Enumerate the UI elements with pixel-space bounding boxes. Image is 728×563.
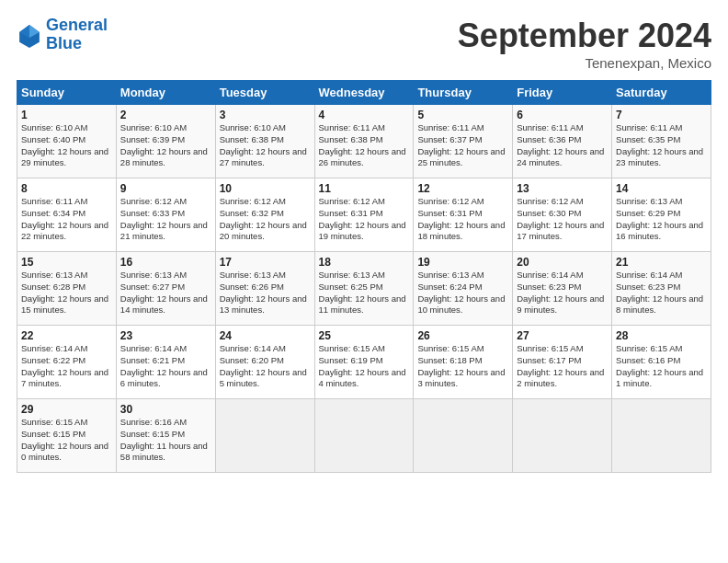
day-info: Sunrise: 6:12 AMSunset: 6:30 PMDaylight:…	[517, 196, 608, 243]
day-info: Sunrise: 6:10 AMSunset: 6:40 PMDaylight:…	[21, 122, 112, 169]
day-number: 17	[220, 256, 311, 269]
day-number: 26	[417, 329, 508, 342]
day-number: 27	[517, 329, 608, 342]
logo: General Blue	[17, 17, 108, 53]
calendar-cell: 26Sunrise: 6:15 AMSunset: 6:18 PMDayligh…	[414, 326, 513, 399]
calendar-cell: 2Sunrise: 6:10 AMSunset: 6:39 PMDaylight…	[116, 105, 215, 178]
calendar-week-1: 1Sunrise: 6:10 AMSunset: 6:40 PMDaylight…	[17, 105, 711, 178]
day-info: Sunrise: 6:13 AMSunset: 6:29 PMDaylight:…	[616, 196, 707, 243]
calendar-cell: 1Sunrise: 6:10 AMSunset: 6:40 PMDaylight…	[17, 105, 117, 178]
col-thursday: Thursday	[414, 81, 513, 105]
day-info: Sunrise: 6:11 AMSunset: 6:36 PMDaylight:…	[517, 122, 608, 169]
calendar-cell	[215, 399, 314, 473]
calendar-cell: 18Sunrise: 6:13 AMSunset: 6:25 PMDayligh…	[314, 252, 414, 326]
day-info: Sunrise: 6:13 AMSunset: 6:27 PMDaylight:…	[120, 270, 211, 316]
calendar-cell: 30Sunrise: 6:16 AMSunset: 6:15 PMDayligh…	[116, 399, 215, 473]
day-number: 23	[120, 329, 211, 342]
day-info: Sunrise: 6:14 AMSunset: 6:23 PMDaylight:…	[616, 270, 707, 316]
day-number: 4	[319, 109, 410, 121]
logo-icon	[17, 22, 42, 48]
day-info: Sunrise: 6:15 AMSunset: 6:17 PMDaylight:…	[517, 343, 608, 390]
calendar-cell: 11Sunrise: 6:12 AMSunset: 6:31 PMDayligh…	[314, 178, 414, 252]
calendar-cell: 16Sunrise: 6:13 AMSunset: 6:27 PMDayligh…	[116, 252, 215, 326]
calendar-cell: 21Sunrise: 6:14 AMSunset: 6:23 PMDayligh…	[612, 252, 711, 326]
location: Tenenexpan, Mexico	[458, 55, 711, 71]
header: General Blue September 2024 Tenenexpan, …	[17, 17, 711, 71]
day-number: 11	[319, 182, 410, 195]
logo-line1: General	[46, 16, 108, 34]
calendar-cell: 27Sunrise: 6:15 AMSunset: 6:17 PMDayligh…	[513, 326, 612, 399]
day-number: 30	[120, 403, 211, 416]
calendar-cell: 3Sunrise: 6:10 AMSunset: 6:38 PMDaylight…	[215, 105, 314, 178]
day-info: Sunrise: 6:13 AMSunset: 6:26 PMDaylight:…	[220, 270, 311, 316]
day-info: Sunrise: 6:12 AMSunset: 6:33 PMDaylight:…	[120, 196, 211, 243]
day-number: 14	[616, 182, 707, 195]
day-info: Sunrise: 6:12 AMSunset: 6:31 PMDaylight:…	[319, 196, 410, 243]
calendar-cell: 29Sunrise: 6:15 AMSunset: 6:15 PMDayligh…	[17, 399, 117, 473]
day-number: 18	[319, 256, 410, 269]
day-info: Sunrise: 6:16 AMSunset: 6:15 PMDaylight:…	[120, 417, 211, 464]
calendar-cell: 13Sunrise: 6:12 AMSunset: 6:30 PMDayligh…	[513, 178, 612, 252]
col-friday: Friday	[513, 81, 612, 105]
day-number: 19	[417, 256, 508, 269]
day-info: Sunrise: 6:15 AMSunset: 6:16 PMDaylight:…	[616, 343, 707, 390]
day-number: 10	[220, 182, 311, 195]
day-number: 24	[220, 329, 311, 342]
day-number: 20	[517, 256, 608, 269]
calendar-cell: 12Sunrise: 6:12 AMSunset: 6:31 PMDayligh…	[414, 178, 513, 252]
calendar-cell: 10Sunrise: 6:12 AMSunset: 6:32 PMDayligh…	[215, 178, 314, 252]
calendar-cell	[314, 399, 414, 473]
day-info: Sunrise: 6:14 AMSunset: 6:21 PMDaylight:…	[120, 343, 211, 390]
calendar-cell: 23Sunrise: 6:14 AMSunset: 6:21 PMDayligh…	[116, 326, 215, 399]
day-number: 5	[417, 109, 508, 121]
col-monday: Monday	[116, 81, 215, 105]
day-info: Sunrise: 6:11 AMSunset: 6:34 PMDaylight:…	[21, 196, 112, 243]
col-tuesday: Tuesday	[215, 81, 314, 105]
day-number: 22	[21, 329, 112, 342]
calendar-cell: 6Sunrise: 6:11 AMSunset: 6:36 PMDaylight…	[513, 105, 612, 178]
calendar: Sunday Monday Tuesday Wednesday Thursday…	[17, 80, 711, 473]
day-info: Sunrise: 6:15 AMSunset: 6:19 PMDaylight:…	[319, 343, 410, 390]
calendar-cell: 15Sunrise: 6:13 AMSunset: 6:28 PMDayligh…	[17, 252, 117, 326]
day-info: Sunrise: 6:14 AMSunset: 6:23 PMDaylight:…	[517, 270, 608, 316]
calendar-cell: 5Sunrise: 6:11 AMSunset: 6:37 PMDaylight…	[414, 105, 513, 178]
day-number: 6	[517, 109, 608, 121]
day-info: Sunrise: 6:12 AMSunset: 6:31 PMDaylight:…	[417, 196, 508, 243]
calendar-week-2: 8Sunrise: 6:11 AMSunset: 6:34 PMDaylight…	[17, 178, 711, 252]
day-info: Sunrise: 6:10 AMSunset: 6:39 PMDaylight:…	[120, 122, 211, 169]
calendar-cell: 24Sunrise: 6:14 AMSunset: 6:20 PMDayligh…	[215, 326, 314, 399]
day-number: 16	[120, 256, 211, 269]
logo-text: General Blue	[46, 17, 108, 53]
calendar-cell	[414, 399, 513, 473]
day-number: 8	[21, 182, 112, 195]
day-info: Sunrise: 6:14 AMSunset: 6:20 PMDaylight:…	[220, 343, 311, 390]
calendar-cell	[612, 399, 711, 473]
calendar-cell: 25Sunrise: 6:15 AMSunset: 6:19 PMDayligh…	[314, 326, 414, 399]
day-info: Sunrise: 6:11 AMSunset: 6:37 PMDaylight:…	[417, 122, 508, 169]
day-number: 15	[21, 256, 112, 269]
col-sunday: Sunday	[17, 81, 117, 105]
col-saturday: Saturday	[612, 81, 711, 105]
day-number: 7	[616, 109, 707, 121]
calendar-cell: 19Sunrise: 6:13 AMSunset: 6:24 PMDayligh…	[414, 252, 513, 326]
day-info: Sunrise: 6:13 AMSunset: 6:25 PMDaylight:…	[319, 270, 410, 316]
title-area: September 2024 Tenenexpan, Mexico	[458, 17, 711, 71]
month-title: September 2024	[458, 17, 711, 55]
calendar-cell: 28Sunrise: 6:15 AMSunset: 6:16 PMDayligh…	[612, 326, 711, 399]
logo-line2: Blue	[46, 34, 82, 52]
day-number: 21	[616, 256, 707, 269]
day-info: Sunrise: 6:14 AMSunset: 6:22 PMDaylight:…	[21, 343, 112, 390]
calendar-cell: 8Sunrise: 6:11 AMSunset: 6:34 PMDaylight…	[17, 178, 117, 252]
day-number: 9	[120, 182, 211, 195]
day-number: 13	[517, 182, 608, 195]
day-number: 3	[220, 109, 311, 121]
day-info: Sunrise: 6:10 AMSunset: 6:38 PMDaylight:…	[220, 122, 311, 169]
day-info: Sunrise: 6:15 AMSunset: 6:18 PMDaylight:…	[417, 343, 508, 390]
day-info: Sunrise: 6:11 AMSunset: 6:35 PMDaylight:…	[616, 122, 707, 169]
calendar-week-4: 22Sunrise: 6:14 AMSunset: 6:22 PMDayligh…	[17, 326, 711, 399]
calendar-week-3: 15Sunrise: 6:13 AMSunset: 6:28 PMDayligh…	[17, 252, 711, 326]
calendar-week-5: 29Sunrise: 6:15 AMSunset: 6:15 PMDayligh…	[17, 399, 711, 473]
day-number: 12	[417, 182, 508, 195]
day-number: 29	[21, 403, 112, 416]
day-info: Sunrise: 6:12 AMSunset: 6:32 PMDaylight:…	[220, 196, 311, 243]
